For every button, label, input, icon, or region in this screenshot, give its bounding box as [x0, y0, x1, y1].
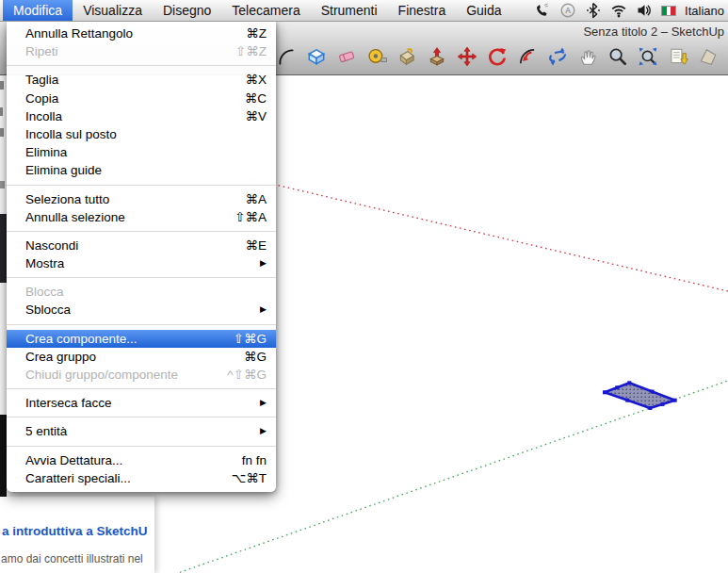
- menu-item-shortcut: ⇧⌘G: [234, 330, 267, 348]
- zoom-icon[interactable]: [607, 46, 628, 67]
- menubar-item-finestra[interactable]: Finestra: [388, 0, 457, 21]
- italian-flag-icon[interactable]: [661, 6, 676, 16]
- menu-item-taglia[interactable]: Taglia⌘X: [7, 71, 276, 89]
- offset-icon[interactable]: [517, 46, 538, 67]
- push-pull-icon[interactable]: [427, 46, 447, 67]
- menu-separator: [7, 412, 276, 422]
- edit-menu: Annulla Rettangolo⌘ZRipeti⇧⌘ZTaglia⌘XCop…: [7, 21, 276, 492]
- menu-item-label: Chiudi gruppo/componente: [25, 366, 178, 384]
- background-text-fragment: [0, 81, 4, 90]
- rotate-icon[interactable]: [487, 46, 508, 67]
- move-icon[interactable]: [457, 46, 477, 67]
- tape-measure-icon[interactable]: [366, 46, 387, 67]
- circled-a-icon[interactable]: A: [559, 2, 576, 19]
- paint-bucket-icon[interactable]: [396, 46, 417, 67]
- menu-item-elimina[interactable]: Elimina: [7, 143, 276, 161]
- pan-icon[interactable]: [577, 46, 598, 67]
- menu-item-label: Nascondi: [25, 237, 78, 254]
- menu-item-sblocca[interactable]: Sblocca▶: [7, 301, 276, 319]
- arc-tool-icon[interactable]: [276, 46, 297, 67]
- menu-item-shortcut: fn fn: [242, 451, 267, 469]
- menubar-items: ModificaVisualizzaDisegnoTelecameraStrum…: [0, 0, 512, 21]
- menu-item-shortcut: ⌘E: [245, 237, 267, 254]
- phone-icon[interactable]: [534, 2, 551, 19]
- menu-separator: [7, 319, 276, 330]
- eraser-icon[interactable]: [336, 46, 357, 67]
- menu-item-label: Elimina: [25, 143, 67, 161]
- menu-separator: [7, 272, 276, 283]
- get-models-icon[interactable]: [698, 46, 719, 67]
- menu-item-chiudi-gruppo-componente: Chiudi gruppo/componente^⇧⌘G: [7, 366, 276, 384]
- menu-item-label: Crea componente...: [25, 330, 138, 348]
- svg-text:A: A: [565, 6, 571, 15]
- wifi-icon[interactable]: [610, 2, 627, 19]
- menu-item-shortcut: ⌘C: [245, 90, 267, 107]
- menu-item-crea-componente[interactable]: Crea componente...⇧⌘G: [7, 330, 276, 348]
- menu-item-shortcut: ⌘X: [245, 71, 267, 89]
- menu-separator: [7, 226, 276, 237]
- menu-item-crea-gruppo[interactable]: Crea gruppo⌘G: [7, 348, 276, 366]
- menu-item-label: Incolla: [25, 107, 62, 125]
- menu-item-incolla-sul-posto[interactable]: Incolla sul posto: [7, 125, 276, 143]
- menu-item-annulla-selezione[interactable]: Annulla selezione⇧⌘A: [7, 208, 276, 226]
- menu-item-shortcut: ⌘A: [245, 190, 267, 208]
- help-window: a introduttiva a SketchU amo dai concett…: [0, 497, 154, 573]
- menu-item-label: Elimina guide: [25, 161, 102, 179]
- menubar-item-strumenti[interactable]: Strumenti: [311, 0, 388, 21]
- help-link[interactable]: a introduttiva a SketchU: [2, 524, 148, 538]
- menu-item-label: Seleziona tutto: [25, 190, 109, 208]
- submenu-arrow-icon: ▶: [260, 394, 267, 412]
- menubar-item-telecamera[interactable]: Telecamera: [221, 0, 310, 21]
- menu-item-nascondi[interactable]: Nascondi⌘E: [7, 237, 276, 254]
- menu-separator: [7, 180, 276, 190]
- red-axis-line: [235, 175, 728, 291]
- menu-item-label: Annulla selezione: [25, 208, 125, 226]
- orbit-icon[interactable]: [547, 46, 568, 67]
- menubar-item-disegno[interactable]: Disegno: [153, 0, 221, 21]
- menu-item-label: Crea gruppo: [25, 348, 96, 366]
- menu-item-ripeti: Ripeti⇧⌘Z: [7, 42, 276, 60]
- menu-item-elimina-guide[interactable]: Elimina guide: [7, 161, 276, 179]
- menu-item-caratteri-speciali[interactable]: Caratteri speciali...⌥⌘T: [7, 469, 276, 487]
- menubar-item-guida[interactable]: Guida: [456, 0, 511, 21]
- menu-item-shortcut: ⌘Z: [246, 25, 267, 42]
- menu-item-label: Taglia: [25, 71, 58, 89]
- menu-item-label: Sblocca: [25, 301, 71, 319]
- menu-item-mostra[interactable]: Mostra▶: [7, 254, 276, 272]
- menu-item-label: Ripeti: [25, 42, 58, 60]
- menu-item-copia[interactable]: Copia⌘C: [7, 90, 276, 107]
- menubar-item-modifica[interactable]: Modifica: [3, 0, 73, 21]
- previous-view-icon[interactable]: [668, 46, 688, 67]
- menu-item-5-entità[interactable]: 5 entità▶: [7, 422, 276, 440]
- menu-item-incolla[interactable]: Incolla⌘V: [7, 107, 276, 125]
- menubar: ModificaVisualizzaDisegnoTelecameraStrum…: [0, 0, 728, 22]
- menu-item-label: Avvia Dettatura...: [25, 451, 122, 469]
- menu-item-interseca-facce[interactable]: Interseca facce▶: [7, 394, 276, 412]
- menu-item-label: Incolla sul posto: [25, 125, 117, 143]
- submenu-arrow-icon: ▶: [260, 254, 267, 272]
- menu-item-label: Blocca: [25, 283, 64, 301]
- menu-item-shortcut: ⇧⌘Z: [235, 42, 267, 60]
- menu-item-label: Caratteri speciali...: [25, 469, 131, 487]
- zoom-extents-icon[interactable]: [638, 46, 658, 67]
- submenu-arrow-icon: ▶: [260, 422, 267, 440]
- make-component-icon[interactable]: [306, 46, 327, 67]
- menu-item-avvia-dettatura[interactable]: Avvia Dettatura...fn fn: [7, 451, 276, 469]
- menu-item-shortcut: ^⇧⌘G: [227, 366, 267, 384]
- input-source-label[interactable]: Italiano: [685, 4, 724, 18]
- menu-item-shortcut: ⌥⌘T: [232, 469, 267, 487]
- submenu-arrow-icon: ▶: [260, 301, 267, 319]
- background-text-fragment: [0, 181, 5, 188]
- menu-item-label: 5 entità: [25, 422, 67, 440]
- menu-item-seleziona-tutto[interactable]: Seleziona tutto⌘A: [7, 190, 276, 208]
- toolbar: [276, 41, 719, 73]
- background-text-fragment: [0, 107, 3, 116]
- window-title: Senza titolo 2 – SketchUp: [583, 25, 724, 39]
- selected-component[interactable]: [603, 381, 677, 410]
- menu-item-label: Interseca facce: [25, 394, 112, 412]
- volume-icon[interactable]: [636, 2, 653, 19]
- menu-item-shortcut: ⌘V: [245, 107, 267, 125]
- menubar-item-visualizza[interactable]: Visualizza: [73, 0, 153, 21]
- menu-item-annulla-rettangolo[interactable]: Annulla Rettangolo⌘Z: [7, 25, 276, 42]
- bluetooth-icon[interactable]: [585, 2, 602, 19]
